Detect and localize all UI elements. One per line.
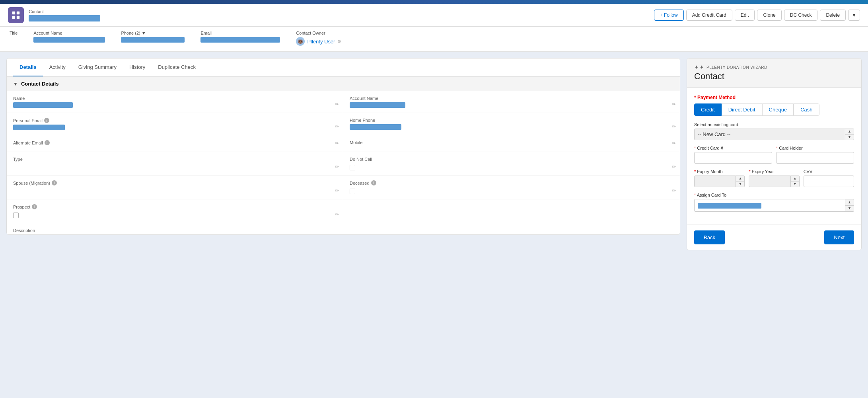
- deceased-field: Deceased i ✏: [343, 176, 680, 199]
- name-label: Name: [13, 96, 337, 101]
- account-name-detail-value: [350, 102, 405, 108]
- payment-tab-cash[interactable]: Cash: [794, 103, 819, 116]
- type-label: Type: [13, 157, 337, 162]
- wizard-body: * Payment Method Credit Direct Debit Che…: [687, 88, 861, 224]
- account-name-detail-label: Account Name: [350, 96, 673, 101]
- name-edit-icon[interactable]: ✏: [335, 101, 339, 107]
- expiry-year-select[interactable]: [749, 176, 790, 187]
- contact-info-bar: Title Account Name Phone (2) ▼ Email Con…: [0, 27, 868, 52]
- tab-giving-summary[interactable]: Giving Summary: [72, 59, 123, 76]
- card-select-down[interactable]: ▼: [845, 135, 854, 140]
- tab-activity[interactable]: Activity: [43, 59, 72, 76]
- payment-method-group: * Payment Method Credit Direct Debit Che…: [694, 95, 854, 116]
- contact-title-area: Contact: [29, 9, 100, 21]
- svg-rect-0: [12, 12, 15, 14]
- expiry-month-select[interactable]: [694, 176, 736, 187]
- clone-button[interactable]: Clone: [757, 10, 781, 21]
- tab-duplicate-check[interactable]: Duplicate Check: [152, 59, 202, 76]
- payment-method-label: * Payment Method: [694, 95, 854, 100]
- payment-tab-credit[interactable]: Credit: [694, 103, 722, 116]
- card-select-up[interactable]: ▲: [845, 129, 854, 135]
- do-not-call-checkbox[interactable]: [350, 165, 355, 170]
- card-select-spinners: ▲ ▼: [845, 129, 854, 140]
- type-field: Type ✏: [7, 152, 343, 176]
- expiry-year-up[interactable]: ▲: [791, 176, 799, 181]
- spouse-label: Spouse (Migration) i: [13, 180, 337, 185]
- expiry-month-down[interactable]: ▼: [736, 181, 744, 187]
- section-chevron-icon: ▼: [13, 81, 18, 87]
- edit-button[interactable]: Edit: [735, 10, 755, 21]
- prospect-edit-icon[interactable]: ✏: [335, 212, 339, 217]
- personal-email-info-icon: i: [44, 118, 49, 123]
- cvv-label: CVV: [804, 169, 854, 174]
- dc-check-button[interactable]: DC Check: [784, 10, 818, 21]
- do-not-call-label: Do Not Call: [350, 157, 673, 162]
- description-label: Description: [7, 223, 680, 234]
- credit-card-number-input[interactable]: [694, 152, 772, 164]
- contact-type-label: Contact: [29, 9, 100, 14]
- follow-button[interactable]: + Follow: [654, 10, 684, 21]
- select-card-group: Select an existing card: -- New Card -- …: [694, 122, 854, 140]
- phone-label: Phone (2) ▼: [121, 31, 185, 35]
- card-holder-label: Card Holder: [776, 146, 854, 150]
- wizard-sparkle-icon: ✦✦: [694, 64, 704, 70]
- wizard-title-small: ✦✦ PLLENTY DONATION WIZARD: [694, 64, 854, 70]
- account-name-edit-icon[interactable]: ✏: [672, 101, 676, 107]
- email-label: Email: [200, 31, 280, 35]
- tab-history[interactable]: History: [123, 59, 152, 76]
- home-phone-value: [350, 124, 401, 130]
- svg-rect-1: [17, 12, 19, 14]
- expiry-year-down[interactable]: ▼: [791, 181, 799, 187]
- cvv-input[interactable]: [804, 176, 854, 187]
- owner-info: 🐻 Pllenty User ⚙: [296, 37, 341, 46]
- top-bar: [0, 0, 868, 4]
- contact-owner-label: Contact Owner: [296, 31, 341, 35]
- card-details-row: Credit Card # Card Holder: [694, 146, 854, 164]
- do-not-call-edit-icon[interactable]: ✏: [672, 164, 676, 170]
- header-left: Contact: [8, 7, 100, 23]
- payment-tab-cheque[interactable]: Cheque: [762, 103, 794, 116]
- payment-tab-direct-debit[interactable]: Direct Debit: [722, 103, 762, 116]
- add-credit-card-button[interactable]: Add Credit Card: [686, 10, 732, 21]
- credit-card-number-label: Credit Card #: [694, 146, 772, 150]
- expiry-year-group: Expiry Year ▲ ▼: [749, 169, 799, 187]
- expiry-month-spinners: ▲ ▼: [736, 176, 745, 187]
- personal-email-edit-icon[interactable]: ✏: [335, 124, 339, 129]
- svg-rect-2: [12, 16, 15, 19]
- delete-button[interactable]: Delete: [820, 10, 846, 21]
- assign-card-up[interactable]: ▲: [845, 199, 854, 206]
- fields-grid: Name ✏ Account Name ✏ Personal Email i ✏: [7, 91, 680, 223]
- personal-email-value: [13, 125, 65, 130]
- home-phone-edit-icon[interactable]: ✏: [672, 124, 676, 129]
- empty-field: [343, 199, 680, 223]
- section-title: Contact Details: [21, 81, 59, 87]
- tab-details[interactable]: Details: [13, 59, 43, 76]
- deceased-info-icon: i: [371, 180, 376, 185]
- expiry-month-group: Expiry Month ▲ ▼: [694, 169, 745, 187]
- mobile-edit-icon[interactable]: ✏: [672, 140, 676, 146]
- deceased-checkbox[interactable]: [350, 189, 355, 194]
- prospect-checkbox[interactable]: [13, 213, 19, 218]
- assign-card-group: Assign Card To ▲ ▼: [694, 193, 854, 212]
- owner-name: Pllenty User: [307, 39, 335, 45]
- expiry-year-spinners: ▲ ▼: [791, 176, 800, 187]
- owner-settings-icon: ⚙: [337, 39, 341, 44]
- more-actions-button[interactable]: ▼: [848, 10, 860, 21]
- contact-details-section-header[interactable]: ▼ Contact Details: [7, 77, 680, 91]
- spouse-edit-icon[interactable]: ✏: [335, 188, 339, 193]
- deceased-edit-icon[interactable]: ✏: [672, 188, 676, 193]
- alternate-email-edit-icon[interactable]: ✏: [335, 140, 339, 146]
- card-holder-input[interactable]: [776, 152, 854, 164]
- expiry-month-up[interactable]: ▲: [736, 176, 744, 181]
- next-button[interactable]: Next: [824, 230, 854, 244]
- owner-avatar: 🐻: [296, 37, 305, 46]
- wizard-footer: Back Next: [687, 224, 861, 250]
- main-content: Details Activity Giving Summary History …: [0, 52, 868, 257]
- back-button[interactable]: Back: [694, 230, 725, 244]
- personal-email-field: Personal Email i ✏: [7, 113, 343, 135]
- assign-card-down[interactable]: ▼: [845, 206, 854, 212]
- mobile-field: Mobile ✏: [343, 135, 680, 152]
- type-edit-icon[interactable]: ✏: [335, 164, 339, 170]
- assign-card-wrapper: ▲ ▼: [694, 199, 854, 212]
- card-select[interactable]: -- New Card --: [694, 129, 845, 140]
